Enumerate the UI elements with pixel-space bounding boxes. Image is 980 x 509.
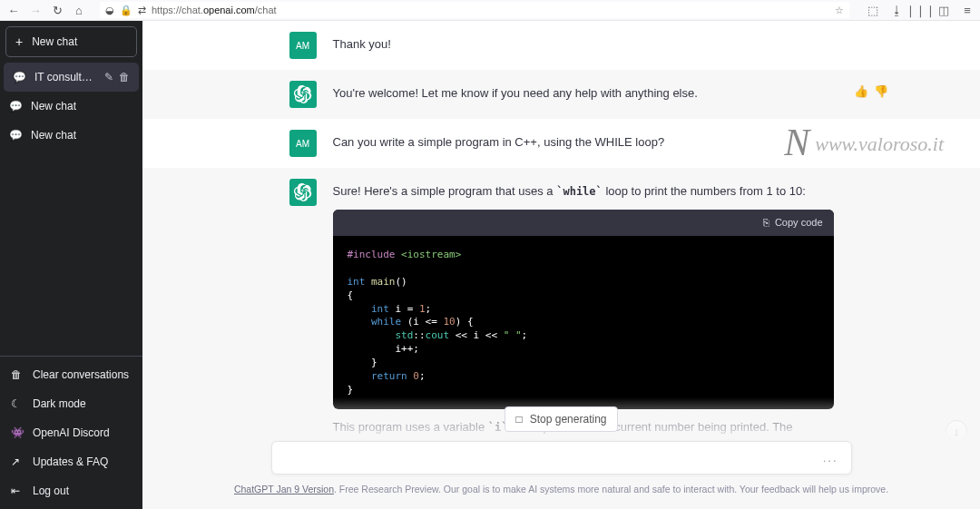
stop-icon: □ (516, 413, 523, 426)
openai-icon (294, 85, 312, 103)
chat-main: AM Thank you! You're welcome! Let me kno… (142, 21, 980, 509)
code-content: #include <iostream> int main() { int i =… (333, 236, 834, 409)
discord-icon: 👾 (11, 426, 24, 439)
message-text: Can you write a simple program in C++, u… (333, 130, 834, 157)
thumbs-up-icon[interactable]: 👍 (854, 84, 868, 98)
version-link[interactable]: ChatGPT Jan 9 Version (234, 484, 334, 494)
message-text: Thank you! (333, 32, 834, 59)
chat-icon: 💬 (13, 71, 25, 83)
conversation-title: New chat (31, 100, 133, 113)
home-button[interactable]: ⌂ (71, 3, 87, 17)
clear-conversations-button[interactable]: 🗑Clear conversations (0, 360, 142, 389)
settings-toggle-icon: ⇄ (138, 5, 146, 16)
conversation-item[interactable]: 💬 New chat (0, 92, 142, 121)
sidebar: + New chat 💬 IT consultant services s ✎ … (0, 21, 142, 509)
conversation-list: 💬 IT consultant services s ✎ 🗑 💬 New cha… (0, 63, 142, 356)
stop-generating-button[interactable]: □ Stop generating (505, 406, 619, 432)
lock-icon: 🔒 (120, 5, 132, 16)
new-chat-button[interactable]: + New chat (5, 26, 137, 57)
browser-toolbar: ← → ↻ ⌂ ◒ 🔒 ⇄ https://chat.openai.com/ch… (0, 0, 980, 21)
conversation-title: New chat (31, 129, 133, 142)
address-bar[interactable]: ◒ 🔒 ⇄ https://chat.openai.com/chat ☆ (100, 2, 849, 18)
user-avatar: AM (289, 32, 317, 59)
copy-icon: ⎘ (763, 215, 769, 230)
sidebar-toggle-icon[interactable]: ◫ (936, 4, 951, 17)
moon-icon: ☾ (11, 397, 24, 410)
openai-icon (294, 183, 312, 201)
input-area: □ Stop generating ... ChatGPT Jan 9 Vers… (142, 397, 980, 509)
sidebar-footer: 🗑Clear conversations ☾Dark mode 👾OpenAI … (0, 356, 142, 509)
conversation-item[interactable]: 💬 New chat (0, 121, 142, 150)
plus-icon: + (15, 34, 23, 49)
user-message: AM Thank you! (142, 21, 980, 70)
logout-button[interactable]: ⇤Log out (0, 476, 142, 505)
updates-faq-button[interactable]: ↗Updates & FAQ (0, 447, 142, 476)
footer-disclaimer: ChatGPT Jan 9 Version. Free Research Pre… (234, 484, 888, 494)
pocket-icon[interactable]: ⬚ (866, 4, 880, 17)
delete-icon[interactable]: 🗑 (119, 71, 130, 83)
trash-icon: 🗑 (11, 368, 24, 381)
logout-icon: ⇤ (11, 485, 24, 497)
thumbs-down-icon[interactable]: 👎 (874, 84, 888, 98)
chat-input-container: ... (271, 441, 852, 475)
user-avatar: AM (289, 130, 317, 157)
discord-button[interactable]: 👾OpenAI Discord (0, 418, 142, 447)
conversation-item[interactable]: 💬 IT consultant services s ✎ 🗑 (4, 63, 139, 92)
new-chat-label: New chat (32, 35, 77, 48)
inline-code: while (556, 185, 603, 198)
assistant-message: You're welcome! Let me know if you need … (142, 70, 980, 119)
message-text: Sure! Here's a simple program that uses … (333, 182, 834, 201)
edit-icon[interactable]: ✎ (104, 71, 113, 83)
message-text: You're welcome! Let me know if you need … (333, 81, 834, 108)
back-button[interactable]: ← (5, 3, 22, 17)
assistant-avatar (289, 179, 317, 206)
code-block: ⎘ Copy code #include <iostream> int main… (333, 210, 834, 409)
assistant-avatar (289, 81, 317, 108)
bookmarks-icon[interactable]: ❘❘❘ (913, 4, 927, 17)
bookmark-star-icon[interactable]: ☆ (835, 5, 844, 16)
browser-right-icons: ⬚ ⭳ ❘❘❘ ◫ ≡ (866, 4, 975, 17)
downloads-icon[interactable]: ⭳ (889, 4, 904, 17)
chat-icon: 💬 (9, 129, 22, 142)
copy-code-button[interactable]: Copy code (775, 215, 823, 230)
chat-icon: 💬 (9, 100, 22, 113)
forward-button[interactable]: → (27, 3, 44, 17)
url-text: https://chat.openai.com/chat (152, 5, 277, 15)
dark-mode-button[interactable]: ☾Dark mode (0, 389, 142, 418)
menu-icon[interactable]: ≡ (960, 4, 975, 17)
conversation-title: IT consultant services s (34, 71, 95, 83)
send-icon[interactable]: ... (823, 451, 838, 465)
chat-input[interactable] (285, 451, 823, 465)
external-link-icon: ↗ (11, 455, 24, 468)
shield-icon: ◒ (105, 5, 114, 16)
reload-button[interactable]: ↻ (49, 3, 65, 17)
user-message: AM Can you write a simple program in C++… (142, 119, 980, 168)
